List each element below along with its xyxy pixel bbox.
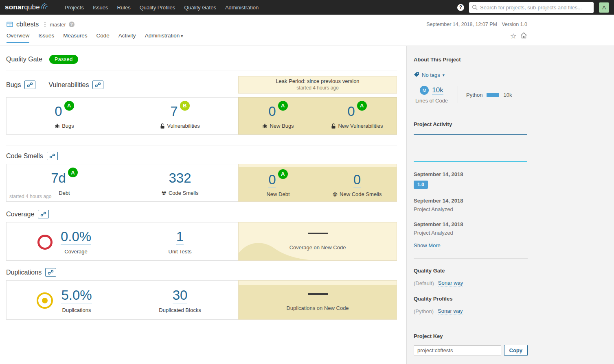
tab-measures[interactable]: Measures: [63, 33, 87, 43]
duplications-panel: 5.0% Duplications 30 Duplicated Blocks: [6, 280, 238, 320]
lines-of-code-value[interactable]: 10k: [432, 86, 443, 95]
chevron-down-icon: ▾: [443, 73, 445, 77]
nav-quality-profiles[interactable]: Quality Profiles: [135, 0, 180, 15]
logo-qube: qube: [24, 3, 40, 11]
project-tags-selector[interactable]: No tags ▾: [414, 72, 528, 78]
duplications-history-button[interactable]: [45, 268, 56, 277]
tab-activity[interactable]: Activity: [118, 33, 136, 43]
tab-code[interactable]: Code: [96, 33, 110, 43]
nav-quality-gates[interactable]: Quality Gates: [180, 0, 221, 15]
nav-issues[interactable]: Issues: [88, 0, 113, 15]
language-distribution: Python 10k: [466, 92, 512, 98]
tab-administration-label: Administration: [145, 33, 180, 39]
nav-administration[interactable]: Administration: [221, 0, 263, 15]
project-activity-title: Project Activity: [414, 121, 528, 127]
quality-gate-link[interactable]: Sonar way: [438, 280, 463, 287]
coverage-history-button[interactable]: [38, 210, 49, 218]
vulnerabilities-value[interactable]: 7: [170, 105, 178, 120]
nav-projects[interactable]: Projects: [60, 0, 88, 15]
duplications-measure: 5.0% Duplications: [7, 281, 122, 319]
sonarqube-logo[interactable]: sonarqube: [5, 3, 49, 11]
debt-value[interactable]: 7d: [51, 171, 66, 186]
quality-profile-link[interactable]: Sonar way: [438, 308, 463, 315]
language-bar: [487, 93, 499, 97]
search-icon: [472, 4, 478, 11]
search-input[interactable]: [469, 2, 594, 13]
tags-label: No tags: [422, 72, 440, 78]
branch-help-icon[interactable]: ?: [69, 22, 75, 27]
quality-gate-title: Quality Gate: [6, 56, 42, 63]
vulnerabilities-section-title: Vulnerabilities: [48, 81, 89, 89]
sidebar-quality-profiles-title: Quality Profiles: [414, 296, 528, 302]
project-key-input[interactable]: [414, 345, 501, 355]
coverage-section-title: Coverage: [6, 211, 34, 218]
home-icon[interactable]: [520, 32, 527, 40]
vulnerabilities-history-button[interactable]: [92, 81, 103, 89]
duplicated-blocks-value[interactable]: 30: [173, 288, 188, 303]
show-more-link[interactable]: Show More: [414, 242, 441, 249]
code-smells-history-button[interactable]: [47, 152, 58, 160]
duplications-section-title: Duplications: [6, 269, 42, 276]
quality-profile-scope: (Python): [414, 308, 434, 314]
activity-sparkline-cyan-line: [414, 161, 527, 162]
duplicated-blocks-measure: 30 Duplicated Blocks: [122, 281, 238, 319]
new-vulnerabilities-rating-badge[interactable]: A: [357, 101, 367, 111]
language-loc-value: 10k: [503, 92, 512, 98]
vertical-divider: [458, 86, 458, 103]
debt-rating-badge[interactable]: A: [68, 168, 78, 177]
new-bugs-rating-badge[interactable]: A: [278, 101, 288, 111]
duplications-value[interactable]: 5.0%: [61, 288, 92, 303]
project-version: Version 1.0: [502, 22, 527, 27]
bugs-value[interactable]: 0: [55, 105, 62, 120]
divider: [6, 70, 397, 70]
vulnerabilities-rating-badge[interactable]: B: [180, 101, 190, 111]
copy-button[interactable]: Copy: [504, 345, 528, 356]
tag-icon: [414, 72, 419, 78]
top-navbar: sonarqube Projects Issues Rules Quality …: [0, 0, 614, 15]
new-code-smells-value[interactable]: 0: [353, 173, 361, 188]
bugs-section-title: Bugs: [6, 81, 21, 89]
vulnerabilities-measure: 7 B Vulnerabilities: [122, 98, 238, 134]
language-name: Python: [466, 92, 482, 98]
code-smells-panel: 7d A Debt 332 ☢ Code Smells started 4 ho…: [6, 164, 238, 202]
version-badge: 1.0: [414, 181, 428, 189]
vulnerabilities-label: Vulnerabilities: [167, 123, 200, 129]
sidebar-quality-gate-title: Quality Gate: [414, 268, 528, 274]
coverage-measure: 0.0% Coverage: [7, 222, 122, 260]
nav-rules[interactable]: Rules: [112, 0, 135, 15]
project-header: cbftests master ? September 14, 2018, 12…: [0, 15, 614, 46]
favorite-star-icon[interactable]: ☆: [510, 33, 517, 40]
chevron-down-icon: ▾: [181, 34, 183, 38]
activity-sparkline-graph[interactable]: [414, 134, 527, 162]
leak-period-header: Leak Period: since previous version star…: [238, 76, 397, 94]
new-debt-label: New Debt: [266, 191, 289, 197]
coverage-donut: [37, 235, 53, 250]
tab-administration[interactable]: Administration▾: [145, 33, 183, 43]
coverage-value[interactable]: 0.0%: [61, 230, 91, 245]
new-debt-value[interactable]: 0: [268, 173, 276, 188]
tab-issues[interactable]: Issues: [38, 33, 54, 43]
leak-started-note: started 4 hours ago: [9, 194, 51, 199]
event-date: September 14, 2018: [414, 198, 528, 204]
bugs-history-button[interactable]: [24, 81, 35, 89]
code-smells-value[interactable]: 332: [169, 171, 191, 186]
new-bugs-value[interactable]: 0: [268, 105, 276, 120]
code-smells-label: Code Smells: [169, 190, 199, 196]
duplications-new-code-label: Duplications on New Code: [286, 305, 349, 311]
bug-icon: [55, 123, 60, 129]
leak-period-title: Leak Period: since previous version: [241, 78, 394, 84]
unit-tests-value[interactable]: 1: [176, 230, 184, 245]
lines-of-code-measure: M 10k Lines of Code: [414, 86, 450, 104]
new-debt-rating-badge[interactable]: A: [278, 169, 288, 179]
code-smell-icon: ☢: [333, 192, 338, 197]
new-vulnerabilities-value[interactable]: 0: [347, 105, 355, 120]
global-search: [469, 2, 594, 13]
tab-overview[interactable]: Overview: [7, 33, 29, 43]
bugs-measure: 0 A Bugs: [7, 98, 122, 134]
help-icon[interactable]: ?: [457, 4, 464, 11]
duplications-leak-panel: Duplications on New Code: [238, 280, 397, 320]
bugs-rating-badge[interactable]: A: [64, 101, 74, 111]
code-smell-icon: ☢: [161, 190, 167, 196]
duplicated-blocks-label: Duplicated Blocks: [159, 307, 201, 313]
user-avatar[interactable]: A: [599, 2, 609, 13]
